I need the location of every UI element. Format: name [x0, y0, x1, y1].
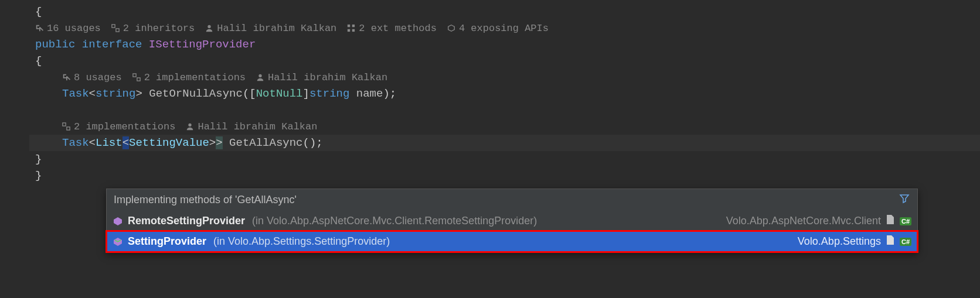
- svg-rect-6: [352, 29, 355, 32]
- inheritors-hint[interactable]: 2 inheritors: [111, 23, 195, 34]
- inheritors-icon: [111, 24, 120, 32]
- brace-open: {: [29, 53, 980, 69]
- svg-rect-0: [112, 25, 115, 28]
- implementations-hint[interactable]: 2 implementations: [132, 72, 246, 83]
- popup-item-setting-provider[interactable]: SettingProvider (in Volo.Abp.Settings.Se…: [107, 231, 917, 252]
- svg-rect-10: [63, 123, 66, 126]
- popup-title: Implementing methods of 'GetAllAsync': [114, 194, 297, 206]
- file-icon: [886, 235, 895, 248]
- person-icon: [256, 73, 264, 81]
- exposing-icon: [447, 24, 455, 32]
- svg-rect-11: [67, 127, 70, 130]
- svg-rect-4: [352, 25, 355, 27]
- ext-methods-icon: [347, 24, 355, 32]
- impl-icon: [132, 73, 141, 81]
- popup-item-name: SettingProvider: [128, 235, 206, 248]
- csharp-badge: C#: [900, 238, 911, 246]
- svg-point-2: [208, 25, 211, 28]
- svg-rect-7: [133, 74, 136, 77]
- usages-hint[interactable]: 8 usages: [62, 72, 122, 83]
- popup-item-right: Volo.Abp.Settings C#: [798, 235, 911, 248]
- svg-point-9: [258, 74, 261, 77]
- code-editor[interactable]: { 16 usages 2 inheritors Halil ibrahim K…: [0, 0, 980, 184]
- method1-signature: Task<string> GetOrNullAsync([NotNull]str…: [29, 85, 980, 102]
- popup-item-right: Volo.Abp.AspNetCore.Mvc.Client C#: [726, 214, 911, 228]
- popup-item-hint: (in Volo.Abp.AspNetCore.Mvc.Client.Remot…: [252, 215, 537, 227]
- person-icon: [205, 24, 213, 32]
- popup-item-hint: (in Volo.Abp.Settings.SettingProvider): [213, 235, 390, 248]
- filter-icon[interactable]: [899, 193, 910, 207]
- method2-signature: Task<List<SettingValue>> GetAllAsync();: [29, 135, 980, 151]
- svg-rect-1: [116, 29, 119, 32]
- exposing-apis-hint[interactable]: 4 exposing APIs: [447, 23, 549, 34]
- author-hint[interactable]: Halil ibrahim Kalkan: [205, 23, 336, 34]
- class-icon: [113, 237, 123, 247]
- impl-icon: [62, 122, 70, 131]
- popup-item-remote-setting-provider[interactable]: RemoteSettingProvider (in Volo.Abp.AspNe…: [107, 211, 917, 231]
- usages-icon: [62, 73, 70, 81]
- interface-declaration: public interface ISettingProvider: [29, 36, 980, 53]
- svg-rect-3: [348, 25, 350, 27]
- person-icon: [186, 122, 194, 131]
- blank-line: [29, 102, 980, 118]
- implementations-popup[interactable]: Implementing methods of 'GetAllAsync' Re…: [106, 189, 918, 252]
- file-icon: [886, 214, 895, 228]
- ext-methods-hint[interactable]: 2 ext methods: [347, 23, 437, 34]
- svg-point-12: [189, 124, 192, 126]
- author-hint[interactable]: Halil ibrahim Kalkan: [186, 121, 317, 132]
- popup-item-name: RemoteSettingProvider: [128, 215, 245, 227]
- usages-hint[interactable]: 16 usages: [35, 23, 101, 34]
- code-lens-row-m2: 2 implementations Halil ibrahim Kalkan: [29, 118, 980, 135]
- popup-header: Implementing methods of 'GetAllAsync': [107, 189, 917, 211]
- brace-close: }: [29, 151, 980, 167]
- outer-brace-close: }: [29, 167, 980, 184]
- code-lens-row-m1: 8 usages 2 implementations Halil ibrahim…: [29, 69, 980, 85]
- outer-brace-open: {: [29, 4, 980, 20]
- author-hint[interactable]: Halil ibrahim Kalkan: [256, 72, 387, 83]
- svg-rect-8: [137, 78, 140, 81]
- svg-rect-5: [348, 29, 350, 32]
- implementations-hint[interactable]: 2 implementations: [62, 121, 175, 132]
- csharp-badge: C#: [900, 217, 911, 225]
- usages-icon: [35, 24, 43, 32]
- code-lens-row-outer: 16 usages 2 inheritors Halil ibrahim Kal…: [29, 20, 980, 36]
- class-icon: [113, 216, 123, 227]
